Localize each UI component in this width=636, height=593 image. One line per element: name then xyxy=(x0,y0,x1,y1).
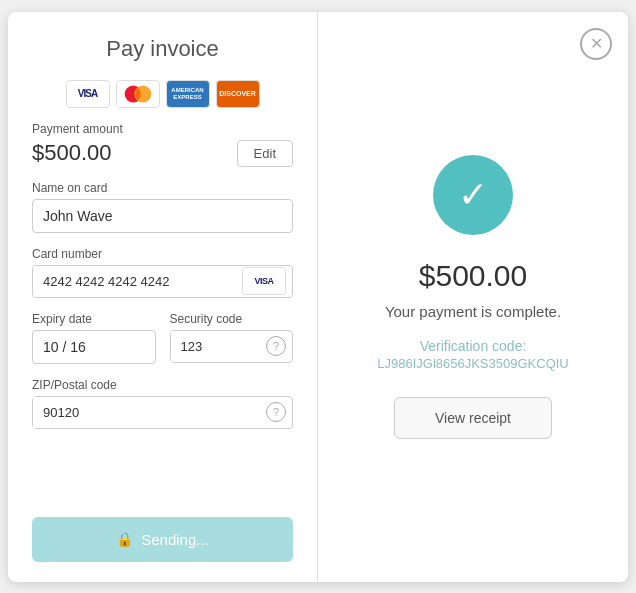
name-on-card-label: Name on card xyxy=(32,181,293,195)
verification-code: LJ986IJGl8656JKS3509GKCQIU xyxy=(377,356,569,371)
discover-icon: DISCOVER xyxy=(216,80,260,108)
payment-complete-panel: ✕ ✓ $500.00 Your payment is complete. Ve… xyxy=(318,12,628,582)
lock-icon: 🔒 xyxy=(116,531,133,547)
close-button[interactable]: ✕ xyxy=(580,28,612,60)
payment-amount-group: Payment amount $500.00 Edit xyxy=(32,122,293,167)
security-help-icon[interactable]: ? xyxy=(266,336,286,356)
send-button[interactable]: 🔒 Sending... xyxy=(32,517,293,562)
card-number-group: Card number VISA xyxy=(32,247,293,298)
success-message: Your payment is complete. xyxy=(385,303,561,320)
zip-help-icon[interactable]: ? xyxy=(266,402,286,422)
card-number-input[interactable] xyxy=(33,266,242,297)
security-label: Security code xyxy=(170,312,294,326)
pay-invoice-panel: Pay invoice VISA AMERICAN EXPRESS DISCOV… xyxy=(8,12,318,582)
card-number-visa-badge: VISA xyxy=(242,267,286,295)
payment-amount-row: $500.00 Edit xyxy=(32,140,293,167)
edit-button[interactable]: Edit xyxy=(237,140,293,167)
visa-icon: VISA xyxy=(66,80,110,108)
send-label: Sending... xyxy=(141,531,209,548)
expiry-label: Expiry date xyxy=(32,312,156,326)
panel-title: Pay invoice xyxy=(32,36,293,62)
expiry-group: Expiry date xyxy=(32,312,156,364)
name-on-card-group: Name on card xyxy=(32,181,293,233)
payment-amount-label: Payment amount xyxy=(32,122,293,136)
expiry-security-row: Expiry date Security code ? xyxy=(32,312,293,364)
security-input-wrapper: ? xyxy=(170,330,294,363)
payment-amount-value: $500.00 xyxy=(32,140,112,166)
zip-label: ZIP/Postal code xyxy=(32,378,293,392)
checkmark-icon: ✓ xyxy=(458,177,488,213)
zip-input[interactable] xyxy=(33,397,266,428)
expiry-input[interactable] xyxy=(32,330,156,364)
amex-icon: AMERICAN EXPRESS xyxy=(166,80,210,108)
zip-input-wrapper: ? xyxy=(32,396,293,429)
verification-label: Verification code: xyxy=(377,338,569,354)
name-on-card-input[interactable] xyxy=(32,199,293,233)
success-circle: ✓ xyxy=(433,155,513,235)
view-receipt-button[interactable]: View receipt xyxy=(394,397,552,439)
success-amount: $500.00 xyxy=(419,259,527,293)
card-icons-row: VISA AMERICAN EXPRESS DISCOVER xyxy=(32,80,293,108)
mastercard-icon xyxy=(116,80,160,108)
card-number-row: VISA xyxy=(32,265,293,298)
security-code-input[interactable] xyxy=(171,331,267,362)
verification-section: Verification code: LJ986IJGl8656JKS3509G… xyxy=(377,338,569,371)
zip-group: ZIP/Postal code ? xyxy=(32,378,293,429)
card-number-label: Card number xyxy=(32,247,293,261)
security-group: Security code ? xyxy=(170,312,294,364)
